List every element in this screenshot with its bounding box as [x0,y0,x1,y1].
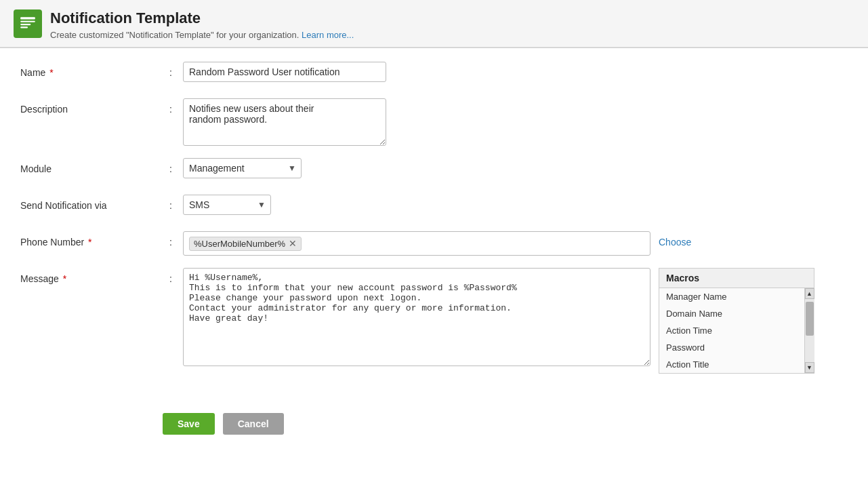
svg-rect-2 [20,24,30,25]
svg-rect-0 [20,17,35,19]
svg-rect-3 [20,26,28,28]
page-description: Create customized "Notification Template… [50,30,354,40]
page-header: Notification Template Create customized … [0,0,868,47]
message-label: Message * [20,268,169,284]
send-via-control: SMS Email ▼ [183,195,848,215]
module-colon: : [169,158,183,174]
description-label: Description [20,98,169,115]
cancel-button[interactable]: Cancel [223,413,284,435]
macros-scrollbar: ▲ ▼ [804,288,814,373]
phone-row: Phone Number * : %UserMobileNumber% ✕ Ch… [20,231,848,256]
scroll-up-btn[interactable]: ▲ [805,288,814,299]
phone-tag-input[interactable]: %UserMobileNumber% ✕ [183,231,650,256]
notification-template-icon [19,15,37,33]
sms-select-wrapper: SMS Email ▼ [183,195,271,215]
message-control: Hi %Username%, This is to inform that yo… [183,268,848,374]
page-icon [14,9,42,38]
message-colon: : [169,268,183,284]
name-input[interactable] [183,62,386,82]
phone-required: * [85,237,91,248]
learn-more-link[interactable]: Learn more... [302,30,354,40]
description-row: Description : Notifies new users about t… [20,98,848,146]
module-label: Module [20,158,169,174]
module-select[interactable]: Management Users System [183,158,302,178]
description-colon: : [169,98,183,115]
form-area: Name * : Description : Notifies new user… [0,48,868,399]
buttons-row: Save Cancel [0,399,868,448]
phone-tag-value: %UserMobileNumber% [194,239,285,249]
scroll-track [805,299,814,362]
header-text-block: Notification Template Create customized … [50,9,354,40]
phone-tag-remove[interactable]: ✕ [289,239,297,248]
macros-items-col: Manager Name Domain Name Action Time Pas… [659,288,804,373]
macros-panel: Macros Manager Name Domain Name Action T… [659,268,814,374]
module-control: Management Users System ▼ [183,158,848,178]
page-wrapper: Notification Template Create customized … [0,0,868,493]
macros-list-wrapper: Manager Name Domain Name Action Time Pas… [659,288,814,373]
phone-tag: %UserMobileNumber% ✕ [189,237,302,251]
message-required: * [60,273,66,284]
phone-control: %UserMobileNumber% ✕ Choose [183,231,848,256]
sms-select[interactable]: SMS Email [183,195,271,215]
scroll-thumb [806,302,814,336]
phone-label: Phone Number * [20,231,169,248]
send-via-label: Send Notification via [20,195,169,211]
phone-colon: : [169,231,183,248]
name-control [183,62,848,82]
name-colon: : [169,62,183,78]
macros-title: Macros [659,269,814,288]
send-via-colon: : [169,195,183,211]
description-textarea[interactable]: Notifies new users about their random pa… [183,98,386,146]
message-textarea[interactable]: Hi %Username%, This is to inform that yo… [183,268,650,366]
macro-item-password[interactable]: Password [659,339,804,356]
description-control: Notifies new users about their random pa… [183,98,848,146]
send-via-row: Send Notification via : SMS Email ▼ [20,195,848,219]
page-title: Notification Template [50,9,354,27]
name-label: Name * [20,62,169,78]
macro-item-manager-name[interactable]: Manager Name [659,288,804,305]
name-required: * [47,67,53,78]
module-select-wrapper: Management Users System ▼ [183,158,302,178]
save-button[interactable]: Save [163,413,215,435]
macro-item-action-time[interactable]: Action Time [659,322,804,339]
choose-link[interactable]: Choose [659,231,691,248]
macro-item-domain-name[interactable]: Domain Name [659,305,804,322]
scroll-down-btn[interactable]: ▼ [805,362,814,373]
name-row: Name * : [20,62,848,86]
message-row: Message * : Hi %Username%, This is to in… [20,268,848,374]
svg-rect-1 [20,21,35,22]
macro-item-action-title[interactable]: Action Title [659,356,804,373]
module-row: Module : Management Users System ▼ [20,158,848,182]
